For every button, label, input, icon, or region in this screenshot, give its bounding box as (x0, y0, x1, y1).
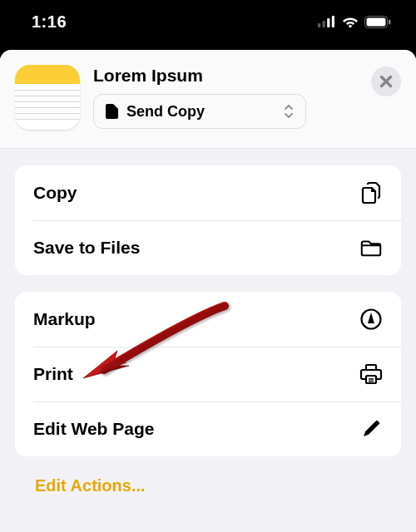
action-label: Markup (33, 309, 96, 329)
svg-rect-6 (367, 17, 386, 26)
action-label: Save to Files (33, 238, 140, 258)
close-button[interactable] (371, 66, 401, 96)
status-time: 1:16 (32, 12, 67, 32)
notes-app-icon (15, 65, 80, 130)
print-icon (359, 362, 383, 386)
folder-icon (359, 236, 383, 259)
status-bar: 1:16 (0, 0, 416, 50)
action-label: Print (33, 364, 73, 384)
svg-rect-7 (389, 19, 391, 24)
svg-point-4 (349, 24, 351, 27)
svg-rect-1 (323, 21, 325, 27)
shared-item-title: Lorem Ipsum (93, 66, 358, 86)
action-group: Copy Save to Files (15, 165, 401, 275)
battery-icon (364, 16, 391, 28)
chevron-up-down-icon (284, 104, 294, 119)
svg-rect-3 (332, 16, 334, 27)
share-sheet: Lorem Ipsum Send Copy Copy (0, 50, 416, 532)
status-indicators (318, 16, 391, 28)
svg-rect-2 (327, 18, 329, 27)
document-icon (106, 104, 118, 119)
copy-action[interactable]: Copy (15, 165, 401, 220)
edit-web-page-action[interactable]: Edit Web Page (15, 401, 401, 456)
action-group: Markup Print Edit Web Page (15, 292, 401, 456)
markup-icon (359, 308, 383, 331)
copy-icon (359, 181, 383, 204)
format-selector[interactable]: Send Copy (93, 94, 306, 129)
wifi-icon (342, 16, 359, 28)
svg-rect-0 (318, 23, 320, 27)
action-list: Copy Save to Files Markup (0, 149, 416, 499)
edit-actions-button[interactable]: Edit Actions... (15, 473, 401, 499)
format-selector-label: Send Copy (126, 103, 284, 121)
action-label: Edit Web Page (33, 419, 154, 439)
close-icon (379, 75, 393, 88)
markup-action[interactable]: Markup (15, 292, 401, 347)
action-label: Copy (33, 183, 77, 203)
save-to-files-action[interactable]: Save to Files (15, 220, 401, 275)
pencil-icon (359, 417, 383, 441)
share-sheet-header: Lorem Ipsum Send Copy (0, 50, 416, 149)
print-action[interactable]: Print (15, 347, 401, 401)
cellular-icon (318, 16, 336, 27)
